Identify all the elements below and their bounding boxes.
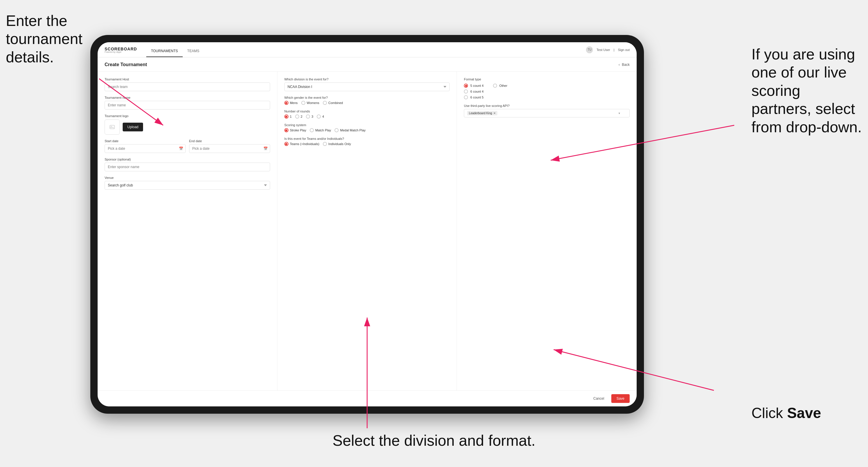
teams-plus-individuals[interactable]: Teams (+Individuals) [284,142,319,146]
format-6count5[interactable]: 6 count 5 [464,95,484,99]
app-logo-sub: Powered by clippd [104,51,137,53]
rounds-1-label: 1 [290,115,292,118]
name-input[interactable] [104,101,270,110]
format-6count5-radio[interactable] [464,95,468,99]
start-date-input[interactable] [104,144,186,153]
format-5count4[interactable]: 5 count 4 [464,84,484,88]
tablet-frame: SCOREBOARD Powered by clippd TOURNAMENTS… [90,35,644,414]
rounds-1-radio[interactable] [284,115,288,119]
live-scoring-tag-close[interactable]: ✕ [493,112,496,115]
cancel-button[interactable]: Cancel [589,394,608,403]
header-right: TU Test User | Sign out [586,46,630,53]
format-5count4-radio[interactable] [464,84,468,88]
form-col-3: Format type 5 count 4 6 count 4 [457,72,637,391]
teams-label: Is this event for Teams and/or Individua… [284,137,450,141]
panel-title: Create Tournament [104,62,147,67]
name-label: Tournament name [104,96,270,99]
annotation-top-left: Enter the tournament details. [6,12,93,66]
upload-button[interactable]: Upload [123,123,143,131]
scoring-medal[interactable]: Medal Match Play [335,128,365,132]
sign-out-link[interactable]: Sign out [618,48,630,52]
logo-group: Tournament logo Upload [104,114,270,134]
live-scoring-chevron: ▼ [618,112,621,115]
start-date-wrap: 📅 [104,144,186,153]
division-select[interactable]: NCAA Division I [284,83,450,91]
rounds-4-radio[interactable] [317,115,321,119]
scoring-stroke-radio[interactable] [284,128,288,132]
date-row: Start date 📅 End date 📅 [104,139,270,153]
rounds-3-label: 3 [311,115,313,118]
format-6count4[interactable]: 6 count 4 [464,89,484,94]
start-date-group: Start date 📅 [104,139,186,153]
format-list: 5 count 4 6 count 4 6 count 5 [464,84,484,99]
teams-group: Is this event for Teams and/or Individua… [284,137,450,146]
back-chevron-icon: ‹ [619,63,620,67]
rounds-4[interactable]: 4 [317,115,324,119]
teams-label-text: Teams (+Individuals) [290,142,319,146]
format-other-item[interactable]: Other [493,84,507,88]
individuals-radio[interactable] [323,142,327,146]
rounds-2-radio[interactable] [295,115,299,119]
live-scoring-value: Leaderboard King [469,112,492,115]
format-other-label: Other [499,84,507,87]
sponsor-input[interactable] [104,162,270,171]
division-group: Which division is the event for? NCAA Di… [284,77,450,91]
sponsor-label: Sponsor (optional) [104,158,270,161]
rounds-2[interactable]: 2 [295,115,303,119]
host-label: Tournament Host [104,77,270,81]
scoring-match-radio[interactable] [310,128,314,132]
scoring-label: Scoring system [284,123,450,127]
rounds-group: Number of rounds 1 2 [284,110,450,119]
format-other: Other [493,84,507,88]
save-button[interactable]: Save [611,394,630,403]
scoring-match-label: Match Play [315,128,331,132]
calendar-icon-end: 📅 [264,147,268,151]
format-label: Format type [464,77,630,81]
rounds-3-radio[interactable] [306,115,310,119]
gender-combined[interactable]: Combined [323,101,343,105]
live-scoring-label: Use third-party live scoring API? [464,104,630,107]
rounds-label: Number of rounds [284,110,450,113]
gender-womens-radio[interactable] [301,101,305,105]
nav-tab-tournaments[interactable]: TOURNAMENTS [146,42,182,57]
app-logo: SCOREBOARD [104,46,137,51]
scoring-match[interactable]: Match Play [310,128,331,132]
scoring-medal-radio[interactable] [335,128,339,132]
end-date-group: End date 📅 [189,139,270,153]
scoring-stroke[interactable]: Stroke Play [284,128,306,132]
live-scoring-tag: Leaderboard King ✕ [467,111,497,115]
individuals-only[interactable]: Individuals Only [323,142,351,146]
start-date-label: Start date [104,139,186,143]
gender-combined-radio[interactable] [323,101,327,105]
annotation-top-right: If you are using one of our live scoring… [751,45,862,136]
date-group: Start date 📅 End date 📅 [104,139,270,153]
form-col-2: Which division is the event for? NCAA Di… [277,72,457,391]
host-input[interactable] [104,83,270,91]
scoring-medal-label: Medal Match Play [340,128,365,132]
logo-area: SCOREBOARD Powered by clippd [104,46,137,53]
back-link[interactable]: ‹ Back [619,63,630,67]
gender-mens-radio[interactable] [284,101,288,105]
logo-upload-area: Upload [104,119,270,134]
format-other-radio[interactable] [493,84,497,88]
gender-combined-label: Combined [329,101,343,104]
scoring-radio-group: Stroke Play Match Play Medal Match Play [284,128,450,132]
format-6count4-radio[interactable] [464,89,468,94]
division-label: Which division is the event for? [284,77,450,81]
end-date-input[interactable] [189,144,270,153]
rounds-radio-group: 1 2 3 4 [284,115,450,119]
create-tournament-panel: Create Tournament ‹ Back Tournament Host… [98,57,637,406]
rounds-3[interactable]: 3 [306,115,313,119]
rounds-4-label: 4 [322,115,324,118]
nav-tab-teams[interactable]: TEAMS [183,42,204,57]
live-scoring-select[interactable]: Leaderboard King ✕ ▼ [464,109,630,117]
venue-select[interactable]: Search golf club [104,181,270,190]
format-6count4-label: 6 count 4 [470,90,484,93]
gender-womens[interactable]: Womens [301,101,319,105]
rounds-1[interactable]: 1 [284,115,292,119]
gender-mens[interactable]: Mens [284,101,298,105]
teams-radio[interactable] [284,142,288,146]
annotation-bottom-center: Select the division and format. [333,432,535,449]
separator: | [614,48,615,52]
panel-footer: Cancel Save [98,391,637,406]
